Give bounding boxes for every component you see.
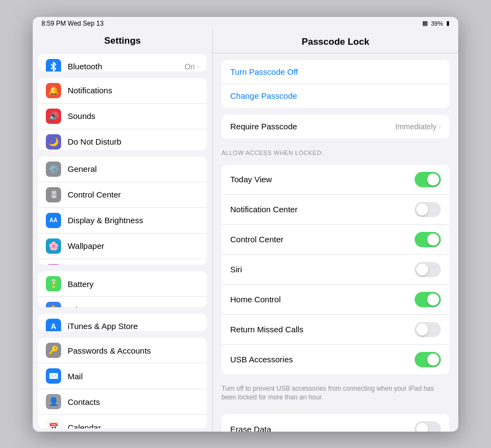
display-brightness-label: Display & Brightness <box>68 216 199 225</box>
sidebar-item-bluetooth[interactable]: Bluetooth On › <box>38 54 207 71</box>
today-view-row: Today View <box>221 165 450 195</box>
control-center-icon: 🎛 <box>46 187 61 202</box>
require-passcode-row[interactable]: Require Passcode Immediately › <box>221 115 450 139</box>
main-title: Passcode Lock <box>213 30 458 53</box>
sidebar-item-passwords[interactable]: 🔑 Passwords & Accounts <box>38 338 207 363</box>
sidebar-item-contacts[interactable]: 👤 Contacts <box>38 389 207 415</box>
notifications-label: Notifications <box>68 86 199 95</box>
battery-level: 39% <box>431 20 443 27</box>
battery-icon: ▮ <box>446 20 450 27</box>
do-not-disturb-label: Do Not Disturb <box>68 137 199 146</box>
return-missed-calls-toggle[interactable] <box>415 322 441 337</box>
turn-passcode-off-label[interactable]: Turn Passcode Off <box>230 67 441 76</box>
bluetooth-value: On <box>184 62 195 71</box>
change-passcode-row[interactable]: Change Passcode <box>221 84 450 108</box>
control-center-row: Control Center <box>221 225 450 255</box>
sidebar-section-itunes: A iTunes & App Store <box>38 314 207 331</box>
require-passcode-chevron: › <box>439 123 441 130</box>
sidebar-item-control-center[interactable]: 🎛 Control Center <box>38 182 207 208</box>
wallpaper-label: Wallpaper <box>68 241 199 250</box>
privacy-icon: ✋ <box>46 302 61 307</box>
home-control-label: Home Control <box>230 295 415 304</box>
sidebar-item-battery[interactable]: 🔋 Battery <box>38 271 207 297</box>
siri-icon: ◌ <box>46 264 61 265</box>
home-control-toggle[interactable] <box>415 292 441 307</box>
require-passcode-value: Immediately <box>396 122 436 131</box>
sidebar-item-wallpaper[interactable]: 🌸 Wallpaper <box>38 234 207 259</box>
sidebar-item-calendar[interactable]: 📅 Calendar <box>38 415 207 428</box>
sidebar-section-accounts-group: 🔑 Passwords & Accounts ✉️ Mail 👤 Contact… <box>38 338 207 428</box>
privacy-label: Privacy <box>68 305 199 307</box>
erase-data-label: Erase Data <box>230 425 415 432</box>
sidebar-item-display-brightness[interactable]: AA Display & Brightness <box>38 208 207 234</box>
sidebar-section-notifications-group: 🔔 Notifications 🔊 Sounds 🌙 Do Not Distur… <box>38 78 207 150</box>
usb-accessories-row: USB Accessories <box>221 345 450 374</box>
allow-access-card: Today View Notification Center Control C… <box>221 165 450 374</box>
sidebar-item-privacy[interactable]: ✋ Privacy <box>38 297 207 307</box>
contacts-label: Contacts <box>68 397 199 407</box>
general-label: General <box>68 164 199 174</box>
status-indicators: ▩ 39% ▮ <box>422 20 450 27</box>
sidebar-item-sounds[interactable]: 🔊 Sounds <box>38 104 207 129</box>
battery-label: Battery <box>68 279 199 289</box>
bluetooth-chevron: › <box>197 63 199 70</box>
ipad-frame: 8:59 PM Wed Sep 13 ▩ 39% ▮ Settings Blue… <box>33 17 458 432</box>
wifi-icon: ▩ <box>422 20 428 27</box>
notification-center-label: Notification Center <box>230 205 415 214</box>
notifications-icon: 🔔 <box>46 83 61 98</box>
passcode-action-card: Turn Passcode Off Change Passcode <box>221 60 450 108</box>
control-center-label: Control Center <box>68 190 199 199</box>
require-passcode-label: Require Passcode <box>230 122 396 131</box>
itunes-label: iTunes & App Store <box>68 321 199 331</box>
sidebar-item-general[interactable]: ⚙️ General <box>38 157 207 182</box>
notification-center-toggle[interactable] <box>415 202 441 217</box>
sidebar-item-mail[interactable]: ✉️ Mail <box>38 363 207 389</box>
home-control-row: Home Control <box>221 285 450 315</box>
erase-data-toggle[interactable] <box>415 421 441 431</box>
sidebar-item-notifications[interactable]: 🔔 Notifications <box>38 78 207 104</box>
sidebar-section-general-group: ⚙️ General 🎛 Control Center AA Display &… <box>38 157 207 265</box>
control-center-toggle[interactable] <box>415 232 441 247</box>
return-missed-calls-row: Return Missed Calls <box>221 315 450 345</box>
mail-label: Mail <box>68 372 199 381</box>
turn-passcode-off-row[interactable]: Turn Passcode Off <box>221 60 450 84</box>
passwords-label: Passwords & Accounts <box>68 346 199 355</box>
sidebar-item-siri-search[interactable]: ◌ Siri & Search <box>38 259 207 265</box>
sidebar-title: Settings <box>33 30 212 51</box>
sidebar: Settings Bluetooth On › 🔔 <box>33 30 213 432</box>
allow-access-header: ALLOW ACCESS WHEN LOCKED: <box>213 145 458 158</box>
usb-note: Turn off to prevent USB accessories from… <box>213 381 458 408</box>
siri-toggle-label: Siri <box>230 265 415 274</box>
erase-data-row: Erase Data <box>221 414 450 431</box>
control-center-label: Control Center <box>230 235 415 244</box>
sidebar-item-do-not-disturb[interactable]: 🌙 Do Not Disturb <box>38 129 207 150</box>
calendar-icon: 📅 <box>46 420 61 428</box>
sounds-icon: 🔊 <box>46 109 61 124</box>
general-icon: ⚙️ <box>46 162 61 177</box>
battery-icon-sidebar: 🔋 <box>46 276 61 291</box>
itunes-icon: A <box>46 319 61 331</box>
wallpaper-icon: 🌸 <box>46 238 61 254</box>
bluetooth-label: Bluetooth <box>68 62 184 71</box>
sidebar-section-battery-group: 🔋 Battery ✋ Privacy <box>38 271 207 307</box>
notification-center-row: Notification Center <box>221 195 450 225</box>
passwords-icon: 🔑 <box>46 343 61 358</box>
siri-toggle[interactable] <box>415 262 441 277</box>
status-bar: 8:59 PM Wed Sep 13 ▩ 39% ▮ <box>33 17 458 30</box>
siri-row: Siri <box>221 255 450 285</box>
today-view-toggle[interactable] <box>415 172 441 187</box>
require-passcode-card: Require Passcode Immediately › <box>221 115 450 139</box>
contacts-icon: 👤 <box>46 394 61 409</box>
status-time: 8:59 PM Wed Sep 13 <box>41 20 104 27</box>
return-missed-calls-label: Return Missed Calls <box>230 325 415 334</box>
main-content: Passcode Lock Turn Passcode Off Change P… <box>213 30 458 432</box>
do-not-disturb-icon: 🌙 <box>46 134 61 150</box>
sidebar-section-bluetooth: Bluetooth On › <box>38 54 207 71</box>
usb-accessories-toggle[interactable] <box>415 352 441 367</box>
bluetooth-icon <box>46 59 61 71</box>
today-view-label: Today View <box>230 175 415 184</box>
usb-accessories-label: USB Accessories <box>230 355 415 364</box>
calendar-label: Calendar <box>68 423 199 428</box>
change-passcode-label[interactable]: Change Passcode <box>230 91 441 100</box>
sidebar-item-itunes[interactable]: A iTunes & App Store <box>38 314 207 331</box>
